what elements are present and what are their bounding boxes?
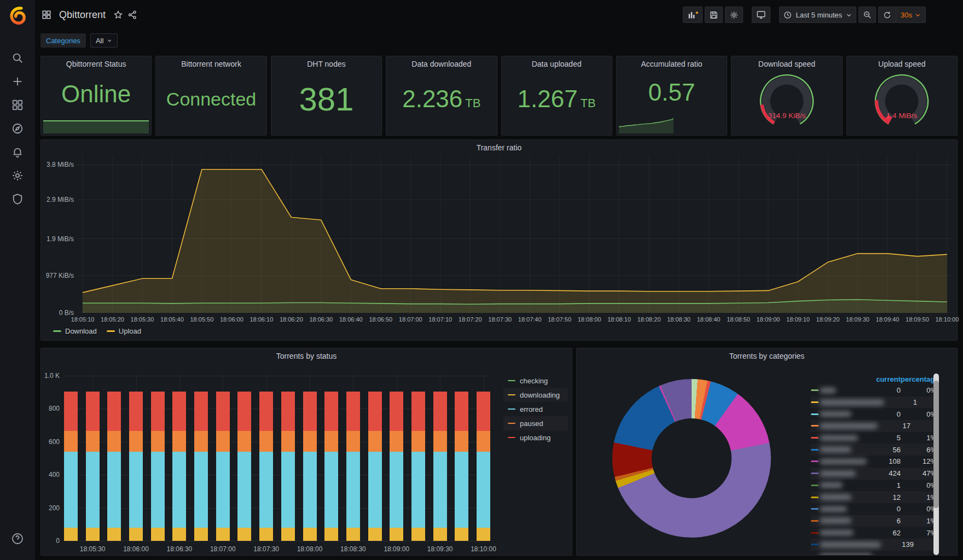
category-label-blur — [820, 530, 854, 535]
stacked-bar[interactable] — [216, 392, 230, 541]
create-plus-icon[interactable] — [7, 69, 28, 93]
panel-title[interactable]: Data downloaded — [386, 60, 496, 68]
table-row[interactable]: 10% — [811, 396, 937, 409]
stacked-bar[interactable] — [107, 392, 121, 541]
table-row[interactable]: 627% — [811, 527, 937, 539]
table-row[interactable]: 00% — [811, 384, 937, 396]
table-row[interactable]: 51% — [811, 432, 937, 444]
stacked-bar[interactable] — [346, 392, 360, 541]
cell-current: 108 — [868, 457, 901, 465]
panel-title[interactable]: Transfer ratio — [41, 143, 957, 152]
variable-label-categories[interactable]: Categories — [40, 33, 86, 48]
stacked-bar[interactable] — [433, 392, 447, 541]
stacked-bar[interactable] — [390, 392, 403, 541]
stacked-bar[interactable] — [477, 392, 490, 541]
chart-legend: checkingdownloadingerroredpauseduploadin… — [503, 374, 568, 445]
panel-title[interactable]: Torrents by categories — [577, 352, 957, 360]
table-row[interactable]: 61% — [811, 515, 937, 527]
legend-item-downloading[interactable]: downloading — [503, 388, 568, 402]
column-header-percentage[interactable]: percentage — [901, 375, 937, 383]
stacked-bar[interactable] — [259, 392, 273, 541]
panel-title[interactable]: Bittorrent network — [156, 60, 266, 68]
stacked-bar[interactable] — [86, 392, 100, 541]
stacked-bar[interactable] — [324, 392, 338, 541]
category-label-redacted — [820, 518, 868, 523]
save-dashboard-button[interactable] — [705, 7, 723, 23]
column-header-current[interactable]: current — [868, 375, 901, 383]
stacked-bar[interactable] — [64, 392, 78, 541]
refresh-interval-dropdown[interactable]: 30s — [896, 7, 925, 22]
scrollbar-thumb[interactable] — [933, 381, 939, 508]
legend-item-errored[interactable]: errored — [503, 402, 568, 416]
cycle-view-tv-icon[interactable] — [752, 7, 770, 23]
stacked-bar[interactable] — [455, 392, 468, 541]
stacked-bar[interactable] — [129, 392, 143, 541]
bar-segment-uploading — [390, 392, 403, 431]
admin-shield-icon[interactable] — [7, 187, 28, 211]
bar-segment-downloading — [411, 528, 425, 541]
bar-segment-downloading — [172, 528, 186, 541]
panel-title[interactable]: DHT nodes — [271, 60, 381, 68]
table-row[interactable]: 00% — [811, 503, 937, 515]
configuration-gear-icon[interactable] — [7, 164, 28, 187]
stacked-bar[interactable] — [237, 392, 251, 541]
bar-segment-downloading — [216, 528, 230, 541]
explore-compass-icon[interactable] — [7, 116, 28, 140]
chevron-down-icon — [107, 38, 112, 43]
bar-segment-errored — [411, 452, 425, 528]
time-range-picker[interactable]: Last 5 minutes — [779, 7, 856, 23]
stacked-bar[interactable] — [172, 392, 186, 541]
add-panel-button[interactable] — [683, 7, 703, 23]
table-row[interactable]: 13915% — [811, 539, 937, 551]
bar-segment-paused — [151, 431, 165, 452]
star-icon[interactable] — [111, 8, 125, 22]
dashboard-settings-gear-icon[interactable] — [725, 7, 743, 23]
refresh-icon[interactable] — [879, 7, 896, 22]
dashboards-icon[interactable] — [7, 93, 28, 116]
stacked-bar[interactable] — [368, 392, 382, 541]
grafana-logo-icon[interactable] — [0, 0, 35, 31]
table-row[interactable]: 172% — [811, 420, 937, 432]
table-row[interactable]: 42447% — [811, 468, 937, 480]
table-row[interactable]: 00% — [811, 408, 937, 420]
table-row[interactable] — [811, 551, 937, 555]
zoom-out-button[interactable] — [858, 7, 876, 23]
panel-title[interactable]: Qbittorrent Status — [41, 60, 151, 68]
bar-segment-paused — [368, 431, 382, 452]
stacked-bar[interactable] — [194, 392, 208, 541]
legend-color-dash — [508, 394, 515, 396]
refresh-button-group: 30s — [878, 7, 926, 23]
legend-item-uploading[interactable]: uploading — [503, 430, 568, 445]
stacked-bar[interactable] — [151, 392, 165, 541]
dashboard-grid-icon[interactable] — [39, 8, 54, 22]
dashboard-header: Qbittorrent — [35, 0, 963, 30]
cell-percentage: 0% — [901, 505, 937, 513]
panel-title[interactable]: Data uploaded — [502, 60, 612, 68]
panel-title[interactable]: Upload speed — [847, 60, 957, 68]
y-axis-label: 600 — [41, 438, 60, 446]
bar-segment-uploading — [151, 392, 165, 431]
table-row[interactable]: 10812% — [811, 456, 937, 468]
stacked-bar[interactable] — [281, 392, 295, 541]
table-scrollbar[interactable] — [933, 374, 939, 555]
legend-item-download[interactable]: Download — [53, 327, 97, 335]
stacked-bar[interactable] — [411, 392, 425, 541]
table-row[interactable]: 121% — [811, 491, 937, 503]
bar-segment-errored — [346, 452, 360, 528]
variable-value-dropdown[interactable]: All — [90, 33, 118, 48]
legend-item-upload[interactable]: Upload — [107, 327, 141, 335]
cell-current: 5 — [868, 434, 901, 442]
panel-title[interactable]: Torrents by status — [41, 352, 572, 360]
table-row[interactable]: 10% — [811, 480, 937, 492]
search-icon[interactable] — [7, 46, 28, 69]
alerting-bell-icon[interactable] — [7, 140, 28, 164]
bar-segment-uploading — [259, 392, 273, 431]
stacked-bar[interactable] — [303, 392, 317, 541]
panel-title[interactable]: Download speed — [732, 60, 842, 68]
help-icon[interactable] — [7, 527, 28, 550]
table-row[interactable]: 566% — [811, 444, 937, 456]
panel-title[interactable]: Accumulated ratio — [617, 60, 727, 68]
legend-item-paused[interactable]: paused — [503, 416, 568, 430]
legend-item-checking[interactable]: checking — [503, 374, 568, 388]
share-icon[interactable] — [125, 8, 140, 22]
